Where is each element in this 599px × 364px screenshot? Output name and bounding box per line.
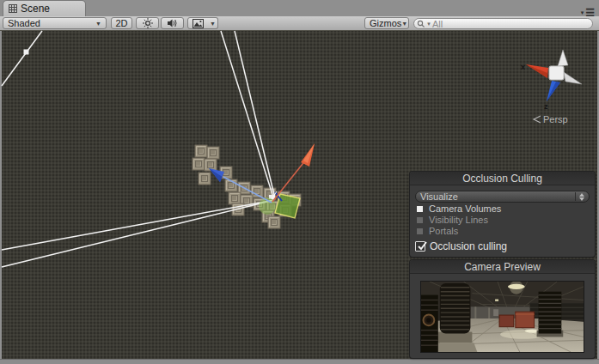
camera-preview-panel: Camera Preview [410, 260, 595, 358]
scene-view-window: Scene ▾ ☰ Shaded ▼ 2D [0, 0, 599, 364]
tab-scene[interactable]: Scene [3, 0, 86, 16]
occlusion-panel-title: Occlusion Culling [410, 172, 595, 185]
lighting-toggle-button[interactable] [136, 17, 159, 29]
option-label: Portals [429, 226, 458, 236]
audio-toggle-button[interactable] [161, 17, 184, 29]
option-label: Camera Volumes [429, 203, 501, 214]
camera-preview-image [420, 281, 584, 353]
checkmark-icon [416, 240, 429, 252]
tab-strip: Scene ▾ ☰ [0, 0, 599, 16]
chevron-down-icon: ▼ [401, 21, 407, 27]
speaker-icon [167, 18, 178, 28]
search-icon [417, 20, 425, 28]
gizmos-dropdown[interactable]: Gizmos ▼ [364, 17, 409, 29]
camera-preview-title: Camera Preview [410, 260, 595, 274]
swatch-checkbox [417, 228, 423, 234]
option-visibility-lines[interactable]: Visibility Lines [417, 215, 590, 225]
search-input[interactable] [432, 19, 590, 29]
checkbox-checked[interactable] [415, 241, 425, 252]
toggle-label: Occlusion culling [430, 240, 507, 252]
window-bottom-edge [0, 359, 599, 364]
chevron-down-icon: ▼ [426, 21, 431, 27]
occlusion-culling-panel: Occlusion Culling Visualize Camera Volum… [410, 172, 595, 257]
camera-preview-render [421, 282, 584, 352]
shading-mode-label: Shaded [8, 18, 40, 28]
effects-dropdown-button[interactable]: ▼ [208, 17, 218, 29]
visualize-dropdown[interactable]: Visualize [415, 191, 590, 203]
updown-arrows-icon [579, 193, 584, 201]
gizmos-label: Gizmos [370, 18, 401, 28]
sun-icon [143, 18, 153, 28]
effects-toggle-button[interactable] [187, 17, 209, 29]
2d-toggle-button[interactable]: 2D [111, 17, 132, 29]
2d-label: 2D [115, 18, 127, 28]
occlusion-culling-toggle[interactable]: Occlusion culling [415, 240, 590, 252]
shading-mode-dropdown[interactable]: Shaded ▼ [3, 17, 107, 29]
grid-icon [9, 4, 17, 13]
image-icon [193, 19, 204, 28]
chevron-down-icon: ▾ [581, 9, 585, 16]
option-label: Visibility Lines [429, 215, 488, 225]
search-field[interactable]: ▼ [413, 18, 593, 29]
option-portals[interactable]: Portals [417, 226, 590, 236]
chevron-down-icon: ▼ [210, 21, 216, 27]
swatch-checkbox [417, 217, 423, 223]
scene-toolbar: Shaded ▼ 2D [0, 16, 599, 31]
option-camera-volumes[interactable]: Camera Volumes [417, 203, 590, 214]
swatch-checkbox [417, 206, 423, 212]
chevron-down-icon: ▼ [95, 21, 101, 27]
visualize-dropdown-value: Visualize [420, 191, 458, 202]
tab-title: Scene [21, 3, 50, 15]
